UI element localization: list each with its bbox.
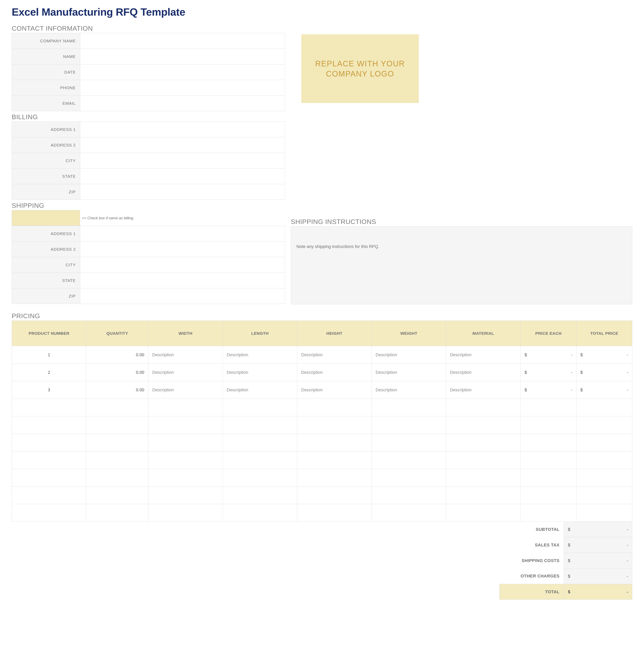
pricing-cell[interactable]: Description (148, 363, 223, 381)
pricing-cell[interactable] (372, 504, 446, 522)
pricing-cell[interactable] (12, 504, 86, 522)
pricing-cell[interactable] (223, 416, 297, 434)
pricing-cell[interactable]: Description (297, 346, 372, 363)
same-as-billing-checkbox[interactable] (12, 210, 80, 226)
pricing-cell[interactable] (446, 434, 521, 451)
pricing-cell[interactable] (12, 399, 86, 416)
shipping-field-input[interactable] (80, 288, 285, 304)
pricing-cell[interactable] (521, 434, 576, 451)
pricing-cell[interactable]: Description (223, 346, 297, 363)
pricing-cell[interactable] (521, 416, 576, 434)
pricing-cell[interactable]: Description (446, 381, 521, 399)
logo-placeholder[interactable]: REPLACE WITH YOUR COMPANY LOGO (301, 33, 419, 104)
pricing-cell[interactable]: $- (521, 363, 576, 381)
pricing-cell[interactable] (297, 416, 372, 434)
pricing-cell[interactable] (576, 434, 632, 451)
contact-field-input[interactable] (80, 33, 285, 49)
pricing-cell[interactable] (446, 399, 521, 416)
pricing-cell[interactable]: Description (297, 363, 372, 381)
pricing-cell[interactable]: Description (148, 346, 223, 363)
pricing-cell[interactable] (86, 434, 148, 451)
pricing-cell[interactable] (446, 504, 521, 522)
pricing-cell[interactable]: Description (372, 363, 446, 381)
pricing-cell[interactable] (148, 487, 223, 504)
pricing-cell[interactable]: 0.00 (86, 346, 148, 363)
pricing-cell[interactable]: 3 (12, 381, 86, 399)
pricing-cell[interactable] (148, 434, 223, 451)
pricing-cell[interactable] (86, 504, 148, 522)
pricing-cell[interactable]: Description (372, 346, 446, 363)
pricing-cell[interactable] (297, 451, 372, 469)
pricing-cell[interactable] (372, 416, 446, 434)
pricing-cell[interactable] (372, 434, 446, 451)
shipping-instructions-input[interactable]: Note any shipping instructions for this … (291, 226, 632, 304)
pricing-cell[interactable]: Description (223, 363, 297, 381)
billing-field-input[interactable] (80, 122, 285, 137)
pricing-cell[interactable]: $- (576, 346, 632, 363)
contact-field-input[interactable] (80, 49, 285, 64)
pricing-cell[interactable]: 1 (12, 346, 86, 363)
shipping-field-input[interactable] (80, 241, 285, 257)
pricing-cell[interactable] (148, 416, 223, 434)
pricing-cell[interactable]: $- (576, 381, 632, 399)
pricing-cell[interactable] (148, 399, 223, 416)
pricing-cell[interactable] (446, 469, 521, 487)
pricing-cell[interactable]: Description (223, 381, 297, 399)
pricing-cell[interactable] (297, 504, 372, 522)
pricing-cell[interactable] (297, 399, 372, 416)
totals-value[interactable]: $- (564, 568, 632, 584)
pricing-cell[interactable] (86, 487, 148, 504)
pricing-cell[interactable] (86, 399, 148, 416)
pricing-cell[interactable] (12, 487, 86, 504)
pricing-cell[interactable]: $- (521, 346, 576, 363)
pricing-cell[interactable] (223, 399, 297, 416)
pricing-cell[interactable] (148, 451, 223, 469)
pricing-cell[interactable] (148, 504, 223, 522)
pricing-cell[interactable]: Description (446, 363, 521, 381)
pricing-cell[interactable] (576, 469, 632, 487)
contact-field-input[interactable] (80, 64, 285, 80)
totals-value[interactable]: $- (564, 522, 632, 537)
billing-field-input[interactable] (80, 184, 285, 200)
pricing-cell[interactable] (223, 469, 297, 487)
billing-field-input[interactable] (80, 153, 285, 169)
pricing-cell[interactable] (521, 469, 576, 487)
pricing-cell[interactable]: $- (576, 363, 632, 381)
pricing-cell[interactable] (521, 487, 576, 504)
pricing-cell[interactable] (446, 487, 521, 504)
pricing-cell[interactable] (223, 504, 297, 522)
pricing-cell[interactable] (446, 451, 521, 469)
billing-field-input[interactable] (80, 169, 285, 184)
totals-value[interactable]: $- (564, 553, 632, 568)
pricing-cell[interactable] (297, 487, 372, 504)
billing-field-input[interactable] (80, 137, 285, 153)
pricing-cell[interactable] (576, 504, 632, 522)
pricing-cell[interactable] (372, 451, 446, 469)
pricing-cell[interactable] (223, 451, 297, 469)
pricing-cell[interactable] (576, 416, 632, 434)
pricing-cell[interactable] (86, 416, 148, 434)
pricing-cell[interactable] (12, 451, 86, 469)
pricing-cell[interactable]: Description (297, 381, 372, 399)
pricing-cell[interactable] (372, 487, 446, 504)
pricing-cell[interactable]: Description (372, 381, 446, 399)
pricing-cell[interactable] (223, 434, 297, 451)
pricing-cell[interactable] (223, 487, 297, 504)
pricing-cell[interactable]: 0.00 (86, 381, 148, 399)
pricing-cell[interactable] (12, 416, 86, 434)
pricing-cell[interactable] (521, 504, 576, 522)
pricing-cell[interactable] (86, 451, 148, 469)
totals-value[interactable]: $- (564, 537, 632, 553)
pricing-cell[interactable] (297, 469, 372, 487)
pricing-cell[interactable] (297, 434, 372, 451)
pricing-cell[interactable] (576, 451, 632, 469)
pricing-cell[interactable] (86, 469, 148, 487)
pricing-cell[interactable] (372, 469, 446, 487)
pricing-cell[interactable] (521, 399, 576, 416)
pricing-cell[interactable]: 2 (12, 363, 86, 381)
pricing-cell[interactable] (148, 469, 223, 487)
pricing-cell[interactable] (521, 451, 576, 469)
contact-field-input[interactable] (80, 96, 285, 111)
pricing-cell[interactable] (576, 399, 632, 416)
pricing-cell[interactable] (12, 469, 86, 487)
